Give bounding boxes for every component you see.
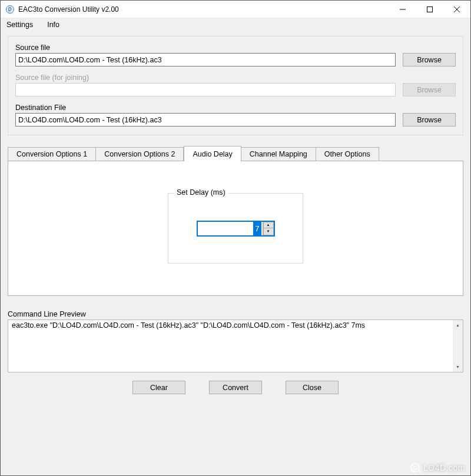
preview-scrollbar[interactable]: ▲ ▼ xyxy=(453,320,463,372)
close-button[interactable]: Close xyxy=(286,381,339,394)
command-line-preview-box[interactable]: eac3to.exe "D:\LO4D.com\LO4D.com - Test … xyxy=(8,319,463,372)
convert-button[interactable]: Convert xyxy=(209,381,262,394)
delay-value-selected[interactable]: 7 xyxy=(253,222,261,235)
dest-file-input[interactable] xyxy=(15,113,396,127)
action-buttons-row: Clear Convert Close xyxy=(8,372,463,400)
close-window-button[interactable] xyxy=(443,1,470,18)
delay-spinner-input[interactable]: 7 xyxy=(198,222,263,235)
command-line-preview-text: eac3to.exe "D:\LO4D.com\LO4D.com - Test … xyxy=(12,321,365,329)
tabpanel-audio-delay: Set Delay (ms) 7 ▲ ▼ xyxy=(8,161,463,296)
browse-dest-button[interactable]: Browse xyxy=(403,113,456,127)
svg-rect-2 xyxy=(427,6,433,12)
command-line-preview-area: Command Line Preview eac3to.exe "D:\LO4D… xyxy=(8,309,463,372)
tabstrip: Conversion Options 1 Conversion Options … xyxy=(8,146,463,161)
browse-join-button: Browse xyxy=(403,83,456,96)
set-delay-group: Set Delay (ms) 7 ▲ ▼ xyxy=(168,193,303,264)
maximize-button[interactable] xyxy=(416,1,443,18)
spinner-down-button[interactable]: ▼ xyxy=(263,228,274,235)
menu-settings[interactable]: Settings xyxy=(6,21,33,29)
tab-audio-delay[interactable]: Audio Delay xyxy=(184,146,241,161)
svg-point-0 xyxy=(6,5,14,13)
file-paths-group: Source file Browse Source file (for join… xyxy=(8,36,463,135)
delay-spinner[interactable]: 7 ▲ ▼ xyxy=(197,221,275,237)
join-file-label: Source file (for joining) xyxy=(15,74,456,82)
titlebar: EAC3to Conversion Utility v2.00 xyxy=(1,1,470,18)
spinner-up-button[interactable]: ▲ xyxy=(263,222,274,229)
dest-file-label: Destination File xyxy=(15,104,456,112)
join-file-input xyxy=(15,83,396,96)
tab-conversion-options-2[interactable]: Conversion Options 2 xyxy=(96,147,184,161)
scroll-up-icon[interactable]: ▲ xyxy=(453,320,463,330)
app-window: EAC3to Conversion Utility v2.00 Settings… xyxy=(0,0,471,476)
window-title: EAC3to Conversion Utility v2.00 xyxy=(18,5,119,14)
menubar: Settings Info xyxy=(1,18,470,31)
tab-other-options[interactable]: Other Options xyxy=(316,147,379,161)
tab-channel-mapping[interactable]: Channel Mapping xyxy=(241,147,316,161)
clear-button[interactable]: Clear xyxy=(132,381,185,394)
client-area: Source file Browse Source file (for join… xyxy=(1,31,470,475)
set-delay-legend: Set Delay (ms) xyxy=(174,188,228,197)
source-file-label: Source file xyxy=(15,44,456,52)
scroll-down-icon[interactable]: ▼ xyxy=(453,362,463,372)
options-tabs: Conversion Options 1 Conversion Options … xyxy=(8,146,463,296)
source-file-input[interactable] xyxy=(15,53,396,66)
app-icon xyxy=(5,5,15,14)
menu-info[interactable]: Info xyxy=(47,21,59,29)
tab-conversion-options-1[interactable]: Conversion Options 1 xyxy=(8,147,96,161)
minimize-button[interactable] xyxy=(389,1,416,18)
command-line-preview-label: Command Line Preview xyxy=(8,310,463,318)
browse-source-button[interactable]: Browse xyxy=(403,53,456,66)
delay-spinner-buttons: ▲ ▼ xyxy=(263,222,274,235)
